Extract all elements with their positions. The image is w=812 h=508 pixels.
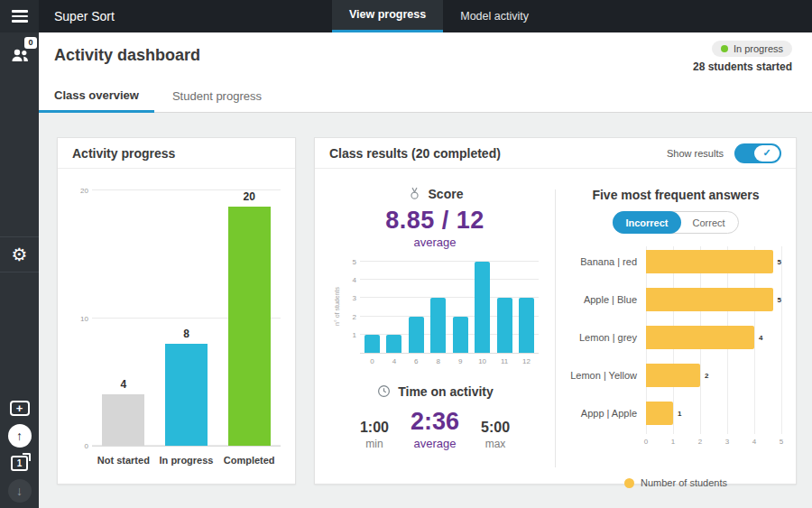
scroll-down-button[interactable] bbox=[8, 479, 32, 503]
legend-label: Number of students bbox=[641, 477, 727, 488]
page-indicator[interactable]: 1 bbox=[11, 456, 28, 471]
answer-label: Appp | Apple bbox=[556, 408, 646, 419]
bar-value: 8 bbox=[183, 328, 189, 340]
page-number: 1 bbox=[17, 458, 23, 468]
y-tick-label: 0 bbox=[65, 442, 88, 450]
frequent-answers-column: Five most frequent answers Incorrect Cor… bbox=[556, 170, 796, 484]
bar-column: 4 bbox=[96, 190, 152, 446]
tab-student-progress[interactable]: Student progress bbox=[160, 80, 274, 113]
y-tick-label: 4 bbox=[346, 276, 356, 284]
y-tick-label: 5 bbox=[346, 258, 356, 266]
show-results-label: Show results bbox=[667, 148, 724, 159]
page-title: Activity dashboard bbox=[54, 46, 200, 65]
show-results-toggle[interactable] bbox=[734, 143, 781, 163]
time-min-value: 1:00 bbox=[360, 420, 389, 436]
bar-value: 1 bbox=[678, 410, 681, 418]
bar bbox=[386, 335, 401, 353]
students-started-count: 28 students started bbox=[693, 60, 792, 73]
bar bbox=[228, 207, 271, 446]
bar bbox=[497, 298, 512, 353]
time-on-activity-label: Time on activity bbox=[398, 384, 494, 399]
time-min-label: min bbox=[360, 438, 389, 450]
answer-label: Banana | red bbox=[556, 256, 646, 267]
x-tick-label: 8 bbox=[430, 357, 446, 365]
topbar-tabs: View progress Model activity bbox=[332, 0, 546, 32]
x-tick-label: Completed bbox=[217, 455, 281, 466]
bar-track: 2 bbox=[646, 364, 781, 387]
bar bbox=[102, 394, 144, 446]
bar-value: 5 bbox=[778, 258, 781, 266]
activity-progress-card: Activity progress 010204820 Not startedI… bbox=[57, 137, 296, 485]
bar bbox=[165, 344, 208, 446]
top-bar: Super Sort View progress Model activity bbox=[39, 0, 812, 32]
x-tick-label: Not started bbox=[92, 455, 155, 466]
time-average-label: average bbox=[411, 437, 459, 450]
x-tick-label: In progress bbox=[155, 455, 218, 466]
x-axis: 012345 bbox=[646, 438, 781, 448]
app-title: Super Sort bbox=[54, 9, 115, 23]
bar-track: 4 bbox=[646, 326, 781, 349]
bar-track: 1 bbox=[646, 402, 781, 425]
answers-filter-toggle: Incorrect Correct bbox=[613, 211, 738, 234]
bar bbox=[646, 364, 700, 387]
settings-button[interactable]: ⚙ bbox=[0, 236, 39, 272]
scroll-up-button[interactable] bbox=[8, 424, 32, 448]
bar-value: 4 bbox=[120, 378, 126, 391]
tab-class-overview[interactable]: Class overview bbox=[39, 80, 154, 113]
activity-progress-title: Activity progress bbox=[72, 146, 175, 161]
students-button[interactable]: 0 bbox=[6, 42, 33, 69]
clock-icon bbox=[376, 383, 392, 399]
tab-view-progress[interactable]: View progress bbox=[332, 0, 443, 32]
medal-icon bbox=[407, 186, 422, 201]
score-average-value: 8.85 / 12 bbox=[315, 207, 555, 235]
bars-row: 4820 bbox=[92, 190, 281, 446]
answer-row: Banana | red5 bbox=[556, 243, 796, 281]
x-tick-label: 4 bbox=[386, 357, 401, 365]
x-tick-label: 9 bbox=[453, 357, 468, 365]
time-max-label: max bbox=[481, 438, 510, 450]
x-tick-label: 1 bbox=[671, 438, 675, 446]
check-icon bbox=[754, 145, 780, 162]
score-average-caption: average bbox=[315, 236, 555, 249]
bar-value: 2 bbox=[705, 372, 708, 380]
bar-value: 4 bbox=[759, 334, 762, 342]
x-tick-label: 10 bbox=[475, 357, 490, 365]
status-dot-icon bbox=[721, 45, 728, 52]
score-label: Score bbox=[429, 187, 464, 201]
y-tick-label: 20 bbox=[65, 187, 88, 195]
x-tick-label: 5 bbox=[780, 438, 783, 446]
bar bbox=[646, 326, 754, 349]
hamburger-menu-icon[interactable] bbox=[0, 0, 39, 32]
add-page-button[interactable] bbox=[10, 401, 30, 416]
answer-row: Apple | Blue5 bbox=[556, 281, 796, 319]
bar bbox=[519, 298, 534, 353]
score-time-column: Score 8.85 / 12 average n° of students 1… bbox=[315, 170, 555, 484]
correct-filter-button[interactable]: Correct bbox=[680, 212, 738, 233]
bar bbox=[453, 317, 468, 353]
class-results-title: Class results (20 completed) bbox=[329, 146, 501, 161]
bars-row bbox=[360, 262, 539, 353]
bar-value: 20 bbox=[243, 190, 254, 203]
x-tick-label: 0 bbox=[364, 357, 380, 365]
y-tick-label: 10 bbox=[65, 314, 88, 322]
bar-track: 5 bbox=[646, 288, 781, 311]
bar-column: 8 bbox=[158, 190, 214, 446]
answer-row: Lemon | Yellow2 bbox=[556, 356, 796, 394]
time-max-value: 5:00 bbox=[481, 420, 510, 436]
tab-model-activity[interactable]: Model activity bbox=[443, 0, 546, 32]
score-histogram-x-labels: 04689101112 bbox=[360, 357, 539, 365]
dashboard-tabs: Class overview Student progress bbox=[39, 80, 812, 113]
x-tick-label: 11 bbox=[497, 357, 512, 365]
incorrect-filter-button[interactable]: Incorrect bbox=[613, 211, 680, 234]
y-tick-label: 1 bbox=[346, 330, 356, 338]
x-tick-label: 12 bbox=[519, 357, 534, 365]
bar-value: 5 bbox=[778, 296, 781, 304]
answer-label: Lemon | grey bbox=[556, 332, 646, 343]
x-tick-label: 3 bbox=[725, 438, 729, 446]
bar bbox=[646, 288, 773, 311]
bar bbox=[430, 298, 446, 353]
x-tick-label: 0 bbox=[644, 438, 648, 446]
y-axis-label: n° of students bbox=[334, 261, 340, 351]
gear-icon: ⚙ bbox=[12, 244, 28, 265]
bar bbox=[364, 335, 380, 353]
